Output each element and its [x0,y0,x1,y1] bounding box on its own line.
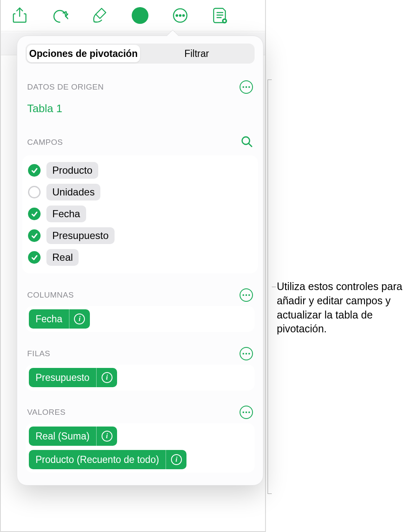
field-chip[interactable]: Real (Suma)i [29,427,117,446]
dot-icon [248,411,250,413]
field-pill[interactable]: Presupuesto [46,227,115,244]
columns-body[interactable]: Fechai [26,306,255,332]
segmented-control: Opciones de pivotación Filtrar [26,44,255,64]
values-label: VALORES [27,408,66,417]
brush-icon [92,7,108,24]
values-more-button[interactable] [240,406,253,419]
svg-point-4 [176,15,178,16]
values-well: Real (Suma)iProducto (Recuento de todo)i [26,423,255,473]
document-icon [213,7,228,24]
field-pill[interactable]: Unidades [46,184,100,200]
callout-leader [272,287,276,287]
undo-button[interactable] [45,3,74,28]
rows-header: FILAS [17,347,263,360]
fields-header: CAMPOS [17,135,263,149]
svg-point-11 [224,20,226,22]
format-brush-button[interactable] [85,3,115,28]
rows-well: Presupuestoi [26,365,255,391]
chip-info-button[interactable]: i [166,450,186,469]
more-button[interactable] [166,3,195,28]
share-icon [13,7,27,24]
source-data-label: DATOS DE ORIGEN [27,82,104,92]
info-icon: i [102,372,112,383]
field-row: Fecha [26,203,254,225]
dot-icon [245,294,247,296]
chip-info-button[interactable]: i [96,368,117,387]
chip-label: Real (Suma) [29,427,96,446]
columns-more-button[interactable] [240,288,253,302]
dot-icon [245,86,247,88]
fields-search-button[interactable] [240,135,253,149]
fields-label: CAMPOS [27,138,63,147]
source-table-name[interactable]: Tabla 1 [17,94,263,115]
field-checkbox[interactable] [28,208,41,220]
field-pill[interactable]: Real [46,249,79,266]
pivot-options-popover: Opciones de pivotación Filtrar DATOS DE … [17,36,263,486]
field-chip[interactable]: Fechai [29,309,90,329]
svg-line-13 [249,144,252,146]
dot-icon [248,86,250,88]
chip-label: Presupuesto [29,368,96,387]
source-more-button[interactable] [240,80,253,94]
document-settings-button[interactable] [206,3,235,28]
dot-icon [243,294,244,296]
info-icon: i [102,431,112,442]
source-data-header: DATOS DE ORIGEN [17,80,263,94]
field-checkbox[interactable] [28,164,41,177]
chip-label: Fecha [29,309,69,329]
info-icon: i [74,314,85,324]
chip-label: Producto (Recuento de todo) [29,450,166,469]
info-icon: i [171,454,182,465]
svg-point-6 [183,15,184,16]
field-checkbox[interactable] [28,251,41,264]
rows-body[interactable]: Presupuestoi [26,365,255,391]
callout-bracket [268,80,272,494]
chip-row: Presupuestoi [29,368,251,387]
chip-info-button[interactable]: i [69,309,90,329]
chip-row: Producto (Recuento de todo)i [29,450,251,469]
undo-icon [51,7,68,24]
columns-header: COLUMNAS [17,288,263,302]
chip-info-button[interactable]: i [96,427,117,446]
organize-button[interactable] [125,3,155,28]
search-icon [240,135,253,148]
svg-point-5 [179,15,181,16]
organize-active-indicator [132,7,148,24]
rows-more-button[interactable] [240,347,253,360]
dot-icon [245,411,247,413]
share-button[interactable] [5,3,34,28]
values-body[interactable]: Real (Suma)iProducto (Recuento de todo)i [26,423,255,473]
field-checkbox[interactable] [28,186,41,198]
dot-icon [245,353,247,355]
field-row: Unidades [26,181,254,203]
field-row: Real [26,247,254,268]
field-pill[interactable]: Producto [46,162,98,179]
more-icon [172,7,189,24]
fields-list: ProductoUnidadesFechaPresupuestoReal [22,155,258,273]
app-window: Opciones de pivotación Filtrar DATOS DE … [0,0,266,532]
chip-row: Fechai [29,309,251,329]
tab-pivot-options[interactable]: Opciones de pivotación [27,45,140,62]
field-row: Presupuesto [26,225,254,247]
tab-filter[interactable]: Filtrar [140,45,253,62]
columns-well: Fechai [26,306,255,332]
field-chip[interactable]: Presupuestoi [29,368,117,387]
field-row: Producto [26,159,254,181]
rows-label: FILAS [27,349,50,358]
dot-icon [243,86,244,88]
dot-icon [243,411,244,413]
columns-label: COLUMNAS [27,290,74,300]
field-checkbox[interactable] [28,229,41,242]
chip-row: Real (Suma)i [29,427,251,446]
dot-icon [248,353,250,355]
toolbar [1,0,265,31]
organize-icon [135,11,145,20]
values-header: VALORES [17,406,263,419]
field-pill[interactable]: Fecha [46,206,86,222]
field-chip[interactable]: Producto (Recuento de todo)i [29,450,186,469]
callout-text: Utiliza estos controles para añadir y ed… [277,280,406,336]
dot-icon [243,353,244,355]
dot-icon [248,294,250,296]
